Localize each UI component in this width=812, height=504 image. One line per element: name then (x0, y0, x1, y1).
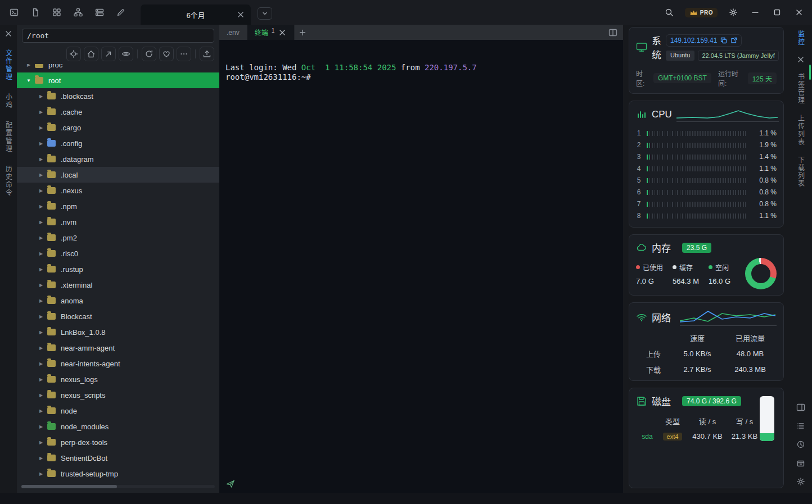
left-rail-item-1[interactable]: 小鸡 (4, 93, 13, 109)
send-icon[interactable] (226, 479, 235, 488)
maximize-icon[interactable] (771, 6, 783, 19)
ip-box[interactable]: 149.102.159.41 (666, 34, 742, 47)
tree-row[interactable]: ▶.rustup (17, 261, 219, 277)
caret-right-icon[interactable]: ▶ (37, 141, 45, 146)
history-icon[interactable] (796, 440, 805, 449)
caret-right-icon[interactable]: ▶ (37, 204, 45, 209)
caret-right-icon[interactable]: ▶ (37, 94, 45, 99)
path-input[interactable] (22, 29, 214, 43)
right-rail-item-2[interactable]: 下载列表 (796, 156, 806, 188)
caret-right-icon[interactable]: ▶ (37, 361, 45, 366)
caret-right-icon[interactable]: ▶ (37, 235, 45, 240)
caret-right-icon[interactable]: ▶ (37, 157, 45, 162)
caret-right-icon[interactable]: ▶ (37, 456, 45, 461)
caret-right-icon[interactable]: ▶ (37, 172, 45, 178)
caret-right-icon[interactable]: ▶ (37, 267, 45, 272)
tree-row[interactable]: ▶nexus_logs (17, 371, 219, 387)
eye-icon[interactable] (119, 47, 133, 61)
terminal-output[interactable]: Last login: Wed Oct 1 11:58:54 2025 from… (219, 40, 623, 493)
caret-right-icon[interactable]: ▶ (37, 346, 45, 351)
upload-icon[interactable] (200, 47, 214, 61)
tree-row[interactable]: ▶.cache (17, 104, 219, 120)
close-icon[interactable] (793, 6, 805, 19)
add-tab-button[interactable] (295, 25, 310, 40)
tree-row[interactable]: ▶.xterminal (17, 277, 219, 293)
right-rail-item-0[interactable]: 书签管理 (796, 73, 806, 105)
caret-right-icon[interactable]: ▶ (37, 393, 45, 398)
jump-icon[interactable] (101, 47, 116, 61)
tree-row[interactable]: ▶.config (17, 135, 219, 151)
tree-row[interactable]: ▼root (17, 72, 219, 88)
caret-right-icon[interactable]: ▶ (37, 377, 45, 382)
caret-right-icon[interactable]: ▶ (25, 64, 33, 67)
open-icon[interactable] (730, 37, 737, 44)
caret-right-icon[interactable]: ▶ (37, 251, 45, 256)
caret-right-icon[interactable]: ▶ (37, 220, 45, 225)
tree-row[interactable]: ▶nexus_scripts (17, 387, 219, 403)
tree-row[interactable]: ▶LnkBox_1.0.8 (17, 324, 219, 340)
session-dropdown[interactable] (258, 7, 272, 20)
tree-row[interactable]: ▶.risc0 (17, 246, 219, 261)
terminal-tab-1[interactable]: 终端1 (247, 25, 295, 40)
tree-row[interactable]: ▶anoma (17, 293, 219, 308)
left-rail-item-2[interactable]: 配置管理 (4, 121, 13, 153)
more-icon[interactable] (177, 47, 191, 61)
caret-right-icon[interactable]: ▶ (37, 188, 45, 193)
tree-row[interactable]: ▶node_modules (17, 419, 219, 434)
tree-row[interactable]: ▶trusted-setup-tmp (17, 466, 219, 482)
favorite-icon[interactable] (159, 47, 174, 61)
tree-row[interactable]: ▶.nvm (17, 214, 219, 230)
sitemap-icon[interactable] (70, 4, 87, 21)
session-tab[interactable]: 6个月 (141, 4, 251, 25)
pro-badge[interactable]: PRO (685, 8, 718, 17)
search-icon[interactable] (663, 6, 675, 19)
left-rail-item-0[interactable]: 文件管理 (4, 49, 13, 81)
tree-row[interactable]: ▶.blockcast (17, 88, 219, 104)
refresh-icon[interactable] (142, 47, 156, 61)
tree-row[interactable]: ▶node (17, 403, 219, 419)
tree-row[interactable]: ▶.npm (17, 198, 219, 214)
panel-icon[interactable] (796, 403, 805, 412)
tree-row[interactable]: ▶.local (17, 167, 219, 183)
terminal-icon[interactable] (6, 4, 22, 21)
tree-hscrollbar-thumb[interactable] (21, 485, 117, 488)
caret-right-icon[interactable]: ▶ (37, 283, 45, 288)
close-icon[interactable] (278, 28, 287, 37)
split-layout-icon[interactable] (608, 25, 623, 40)
copy-icon[interactable] (720, 37, 727, 44)
rail-item-monitor[interactable]: 监控 (796, 30, 806, 46)
caret-down-icon[interactable]: ▼ (25, 78, 33, 83)
new-file-icon[interactable] (27, 4, 44, 21)
left-rail-item-3[interactable]: 历史命令 (4, 165, 13, 197)
tree-row[interactable]: ▶.pm2 (17, 230, 219, 246)
tree-hscrollbar[interactable] (21, 485, 215, 488)
package-icon[interactable] (796, 458, 805, 467)
caret-right-icon[interactable]: ▶ (37, 408, 45, 414)
caret-right-icon[interactable]: ▶ (37, 440, 45, 445)
tree-row[interactable]: ▶.nexus (17, 183, 219, 198)
caret-right-icon[interactable]: ▶ (37, 110, 45, 115)
tree-row[interactable]: ▶SentientDcBot (17, 450, 219, 466)
right-rail-item-1[interactable]: 上传列表 (796, 115, 806, 146)
tree-row[interactable]: ▶.cargo (17, 120, 219, 135)
terminal-tab-0[interactable]: .env (219, 25, 247, 40)
locate-icon[interactable] (66, 47, 81, 61)
tree-row[interactable]: ▶proc (17, 64, 219, 72)
edit-icon[interactable] (112, 4, 129, 21)
caret-right-icon[interactable]: ▶ (37, 314, 45, 319)
tree-row[interactable]: ▶.datagram (17, 151, 219, 167)
tree-row[interactable]: ▶perp-dex-tools (17, 434, 219, 450)
session-tab-close-icon[interactable] (236, 10, 245, 19)
log-icon[interactable] (796, 421, 805, 430)
tree-row[interactable]: ▶near-amm-agent (17, 340, 219, 356)
settings-icon[interactable] (796, 477, 805, 486)
home-icon[interactable] (84, 47, 98, 61)
file-panel-close-icon[interactable] (4, 29, 13, 38)
monitor-panel-close-icon[interactable] (796, 55, 805, 64)
tree-row[interactable]: ▶Blockcast (17, 308, 219, 324)
server-list-icon[interactable] (91, 4, 108, 21)
caret-right-icon[interactable]: ▶ (37, 125, 45, 130)
caret-right-icon[interactable]: ▶ (37, 330, 45, 335)
dashboard-icon[interactable] (48, 4, 65, 21)
caret-right-icon[interactable]: ▶ (37, 471, 45, 476)
